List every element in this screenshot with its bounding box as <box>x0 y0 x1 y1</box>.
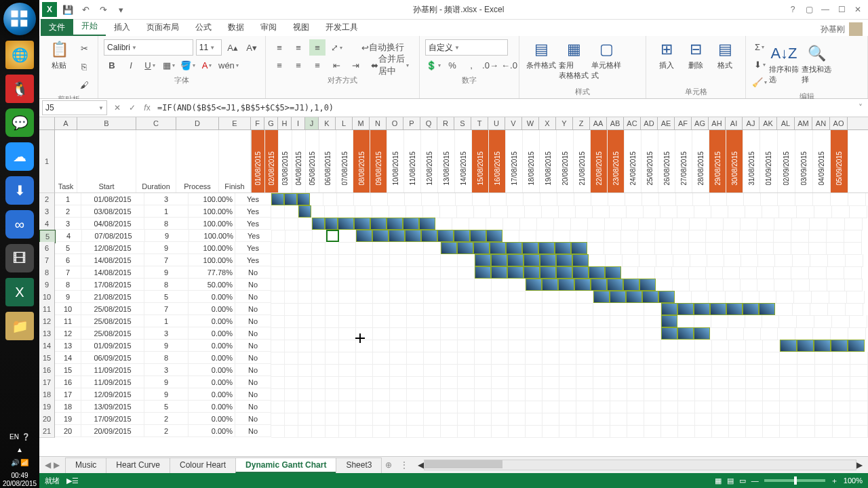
cell-C12[interactable]: 1 <box>144 315 189 327</box>
gantt-5-32[interactable] <box>791 230 809 243</box>
gantt-12-20[interactable] <box>593 315 610 328</box>
gantt-7-24[interactable] <box>656 254 673 267</box>
gantt-7-31[interactable] <box>775 254 793 267</box>
cell-E14[interactable]: No <box>235 340 271 352</box>
gantt-15-5[interactable] <box>339 352 356 365</box>
gantt-8-27[interactable] <box>706 266 723 279</box>
gantt-15-6[interactable] <box>356 352 373 365</box>
gantt-20-6[interactable] <box>356 413 373 426</box>
gantt-8-31[interactable] <box>774 266 791 279</box>
view-page-break[interactable]: ▭ <box>739 476 746 485</box>
gantt-16-7[interactable] <box>373 364 390 377</box>
gantt-13-21[interactable] <box>610 327 627 340</box>
cell-D3[interactable]: 100.00% <box>189 205 235 218</box>
gantt-19-3[interactable] <box>312 401 326 413</box>
gantt-5-11[interactable] <box>437 230 454 242</box>
gantt-6-21[interactable] <box>604 242 621 255</box>
fx-button[interactable]: fx <box>140 103 155 113</box>
gantt-14-25[interactable] <box>678 340 695 352</box>
gantt-19-15[interactable] <box>509 401 526 413</box>
start-button[interactable] <box>3 3 36 35</box>
gantt-4-23[interactable] <box>639 218 656 230</box>
ribbon-tab-1[interactable]: 开始 <box>73 18 106 36</box>
row-12-header[interactable]: 12 <box>39 315 55 328</box>
gantt-17-20[interactable] <box>593 376 610 389</box>
col-X[interactable]: X <box>539 117 556 129</box>
gantt-19-13[interactable] <box>475 401 492 413</box>
gantt-10-35[interactable] <box>847 291 865 304</box>
gantt-5-30[interactable] <box>757 230 774 243</box>
gantt-19-27[interactable] <box>712 401 729 413</box>
ribbon-tab-2[interactable]: 插入 <box>106 19 138 36</box>
gantt-20-31[interactable] <box>780 413 797 426</box>
gantt-13-3[interactable] <box>312 327 326 340</box>
gantt-11-14[interactable] <box>492 303 509 316</box>
gantt-17-8[interactable] <box>390 376 407 389</box>
gantt-9-1[interactable] <box>285 279 298 291</box>
cell-D15[interactable]: 0.00% <box>189 352 235 364</box>
cell-A16[interactable]: 15 <box>55 364 81 376</box>
gantt-4-17[interactable] <box>537 218 554 230</box>
gantt-7-20[interactable] <box>589 254 606 267</box>
row-4-header[interactable]: 4 <box>39 218 55 230</box>
cell-D10[interactable]: 0.00% <box>189 291 235 303</box>
gantt-15-14[interactable] <box>492 352 509 365</box>
gantt-11-34[interactable] <box>828 303 846 316</box>
gantt-5-33[interactable] <box>809 230 827 243</box>
gantt-10-0[interactable] <box>271 291 285 304</box>
gantt-2-31[interactable] <box>778 193 795 206</box>
cell-E10[interactable]: No <box>235 291 271 303</box>
gantt-14-7[interactable] <box>373 340 390 352</box>
gantt-14-8[interactable] <box>390 340 407 352</box>
gantt-19-5[interactable] <box>339 401 356 413</box>
media-icon[interactable]: 🎞 <box>5 244 34 272</box>
col-S[interactable]: S <box>454 117 471 129</box>
gantt-9-16[interactable] <box>526 279 542 291</box>
gantt-18-28[interactable] <box>729 388 746 401</box>
row-20-header[interactable]: 20 <box>39 413 55 426</box>
number-format-combo[interactable]: 自定义▼ <box>425 39 508 56</box>
gantt-11-27[interactable] <box>710 303 726 315</box>
gantt-21-35[interactable] <box>850 425 868 438</box>
gantt-14-4[interactable] <box>326 340 339 352</box>
cell-B20[interactable]: 17/09/2015 <box>81 413 144 425</box>
cell-D14[interactable]: 0.00% <box>189 340 235 352</box>
gantt-8-34[interactable] <box>827 266 844 279</box>
cell-A10[interactable]: 9 <box>55 291 81 303</box>
gantt-15-16[interactable] <box>526 352 542 365</box>
gantt-4-3[interactable] <box>312 218 325 230</box>
gantt-18-27[interactable] <box>712 388 729 401</box>
ribbon-tab-6[interactable]: 审阅 <box>252 19 285 36</box>
gantt-6-12[interactable] <box>457 242 473 254</box>
gantt-17-21[interactable] <box>610 376 627 389</box>
cell-D19[interactable]: 0.00% <box>189 401 235 413</box>
cell-C18[interactable]: 9 <box>144 388 189 401</box>
cell-D7[interactable]: 100.00% <box>189 254 235 266</box>
user-avatar[interactable] <box>849 22 863 36</box>
gantt-5-8[interactable] <box>389 230 405 242</box>
gantt-2-9[interactable] <box>405 193 422 206</box>
row-6-header[interactable]: 6 <box>39 242 55 255</box>
cell-B6[interactable]: 12/08/2015 <box>81 242 144 254</box>
gantt-9-17[interactable] <box>542 279 558 291</box>
gantt-17-19[interactable] <box>576 376 593 389</box>
gantt-3-10[interactable] <box>423 205 440 218</box>
cell-A12[interactable]: 11 <box>55 315 81 327</box>
minimize-button[interactable]: — <box>819 5 831 14</box>
ribbon-tab-7[interactable]: 视图 <box>285 19 317 36</box>
gantt-21-1[interactable] <box>285 425 298 438</box>
gantt-14-1[interactable] <box>285 340 298 352</box>
gantt-17-2[interactable] <box>298 376 312 389</box>
italic-button[interactable]: I <box>123 57 139 73</box>
gantt-6-33[interactable] <box>809 242 827 255</box>
gantt-3-23[interactable] <box>644 205 660 218</box>
sheet-tab[interactable]: Colour Heart <box>170 458 236 473</box>
cell-C10[interactable]: 5 <box>144 291 189 303</box>
taskbar-clock[interactable]: 00:49 20/08/2015 <box>3 472 37 488</box>
gantt-4-35[interactable] <box>845 218 863 230</box>
find-select[interactable]: 🔍查找和选择 <box>800 43 833 86</box>
font-size-combo[interactable]: 11▼ <box>196 39 222 56</box>
format-cells[interactable]: ▤格式 <box>711 39 740 85</box>
gantt-20-23[interactable] <box>644 413 661 426</box>
gantt-10-34[interactable] <box>829 291 847 304</box>
